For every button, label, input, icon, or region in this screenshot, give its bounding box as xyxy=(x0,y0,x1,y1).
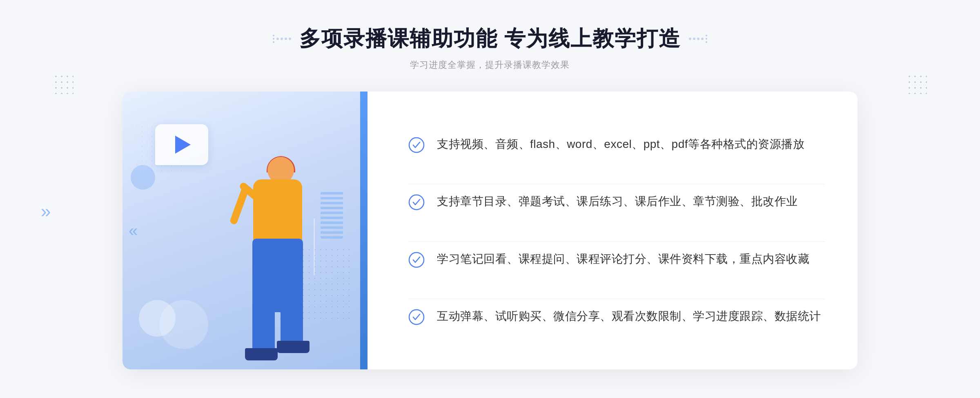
page-arrow-decoration: » xyxy=(41,201,51,221)
outer-dots-right xyxy=(906,74,927,94)
person-shoe-left xyxy=(245,348,278,360)
check-icon-2 xyxy=(408,194,425,210)
feature-text-2: 支持章节目录、弹题考试、课后练习、课后作业、章节测验、批改作业 xyxy=(437,192,798,211)
feature-item-1: 支持视频、音频、flash、word、excel、ppt、pdf等各种格式的资源… xyxy=(408,127,825,162)
page-container: » 多项录播课辅助功能 专为线上教学打造 xyxy=(0,0,980,398)
check-icon-3 xyxy=(408,252,425,268)
main-card: « xyxy=(122,92,858,369)
person-shoe-right xyxy=(277,341,310,353)
title-dots-left xyxy=(273,35,291,43)
chevron-decoration: « xyxy=(129,221,138,240)
outer-dots-left xyxy=(53,74,74,94)
feature-text-1: 支持视频、音频、flash、word、excel、ppt、pdf等各种格式的资源… xyxy=(437,135,804,154)
feature-item-4: 互动弹幕、试听购买、微信分享、观看次数限制、学习进度跟踪、数据统计 xyxy=(408,299,825,334)
feature-text-3: 学习笔记回看、课程提问、课程评论打分、课件资料下载，重点内容收藏 xyxy=(437,250,809,268)
feature-item-2: 支持章节目录、弹题考试、课后练习、课后作业、章节测验、批改作业 xyxy=(408,184,825,219)
blue-bar-decoration xyxy=(360,92,368,369)
person-torso xyxy=(253,179,302,245)
person-body-line xyxy=(314,218,315,275)
deco-circle-3 xyxy=(131,165,155,190)
deco-circle-2 xyxy=(159,300,208,349)
person-arm-left xyxy=(229,184,250,225)
person-illustration xyxy=(208,145,331,369)
svg-point-2 xyxy=(409,253,424,267)
title-row: 多项录播课辅助功能 专为线上教学打造 xyxy=(273,25,707,53)
page-title: 多项录播课辅助功能 专为线上教学打造 xyxy=(299,25,681,53)
feature-text-4: 互动弹幕、试听购买、微信分享、观看次数限制、学习进度跟踪、数据统计 xyxy=(437,307,821,326)
svg-point-3 xyxy=(409,310,424,324)
play-bubble xyxy=(155,124,208,165)
title-decorator-left xyxy=(273,35,274,43)
illustration-area: « xyxy=(122,92,368,369)
title-decorator-right xyxy=(706,35,707,43)
header-section: 多项录播课辅助功能 专为线上教学打造 学习进度全掌握，提升录播课教学效果 xyxy=(273,25,707,71)
feature-item-3: 学习笔记回看、课程提问、课程评论打分、课件资料下载，重点内容收藏 xyxy=(408,241,825,277)
play-triangle-icon xyxy=(175,136,191,154)
svg-point-0 xyxy=(409,138,424,152)
content-area: 支持视频、音频、flash、word、excel、ppt、pdf等各种格式的资源… xyxy=(368,92,858,369)
check-icon-1 xyxy=(408,137,425,153)
person-leg-right xyxy=(281,296,303,345)
person-leg-left xyxy=(252,296,275,353)
svg-point-1 xyxy=(409,195,424,210)
title-dots-decoration-right xyxy=(689,38,704,40)
title-dots-decoration-left xyxy=(276,38,291,40)
check-icon-4 xyxy=(408,309,425,325)
title-dots-right xyxy=(689,35,707,43)
page-subtitle: 学习进度全掌握，提升录播课教学效果 xyxy=(273,59,707,71)
